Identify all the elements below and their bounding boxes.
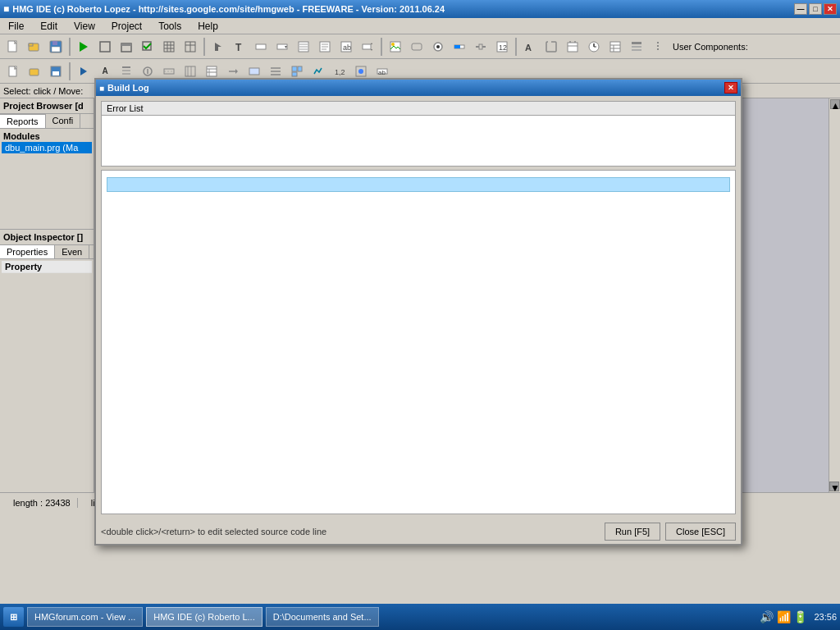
dialog-titlebar: ■ Build Log ✕ xyxy=(96,80,741,96)
dialog-footer: <double click>/<return> to edit selected… xyxy=(96,519,741,544)
dialog-title-text: Build Log xyxy=(107,83,149,93)
taskbar-item-2[interactable]: D:\Documents and Set... xyxy=(266,607,379,627)
error-list-header: Error List xyxy=(102,102,735,116)
dialog-icon: ■ xyxy=(99,84,104,93)
taskbar-right: 🔊 📶 🔋 23:56 xyxy=(760,610,837,623)
taskbar-item-label-2: D:\Documents and Set... xyxy=(273,612,372,622)
log-highlight xyxy=(107,177,730,192)
dialog-hint: <double click>/<return> to edit selected… xyxy=(101,527,600,536)
taskbar-time: 23:56 xyxy=(814,612,837,622)
system-tray: 🔊 📶 🔋 xyxy=(760,610,808,623)
build-log-dialog: ■ Build Log ✕ Error List <double click>/… xyxy=(94,78,742,546)
taskbar: ⊞ HMGforum.com - View ... HMG IDE (c) Ro… xyxy=(0,604,840,630)
error-list-content xyxy=(102,116,735,166)
taskbar-item-label-0: HMGforum.com - View ... xyxy=(34,612,135,622)
taskbar-item-0[interactable]: HMGforum.com - View ... xyxy=(27,607,143,627)
dialog-content: Error List xyxy=(96,96,741,519)
start-button[interactable]: ⊞ xyxy=(3,607,24,627)
build-log-overlay: ■ Build Log ✕ Error List <double click>/… xyxy=(0,0,840,604)
taskbar-item-label-1: HMG IDE (c) Roberto L... xyxy=(153,612,254,622)
close-dialog-button[interactable]: Close [ESC] xyxy=(665,523,736,541)
start-icon: ⊞ xyxy=(10,612,17,623)
taskbar-item-1[interactable]: HMG IDE (c) Roberto L... xyxy=(146,607,262,627)
run-button[interactable]: Run [F5] xyxy=(605,523,660,541)
dialog-close-button[interactable]: ✕ xyxy=(724,82,737,94)
error-list-area: Error List xyxy=(101,101,736,167)
dialog-title-left: ■ Build Log xyxy=(99,83,149,93)
log-area[interactable] xyxy=(101,170,736,514)
